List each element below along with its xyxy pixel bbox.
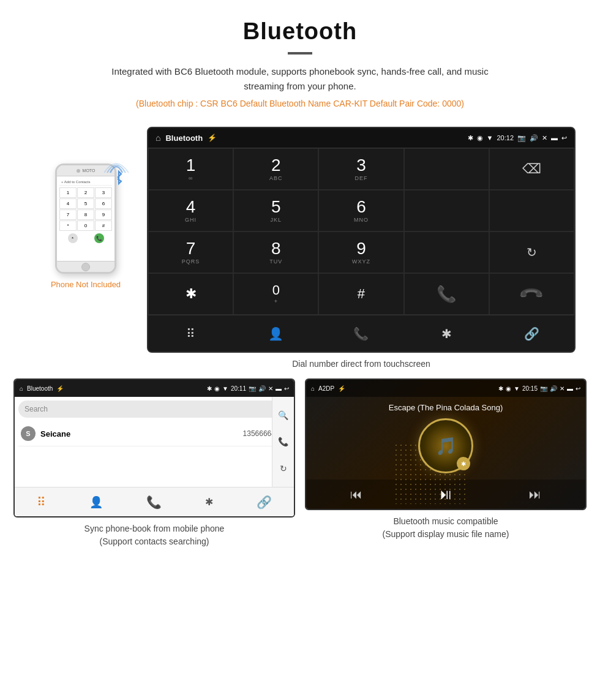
- x-icon: ✕: [542, 134, 547, 142]
- dial-status-bar: ⌂ Bluetooth ⚡ ✱ ◉ ▼ 20:12 📷 🔊 ✕ ▬ ↩: [148, 128, 574, 148]
- dial-link-icon[interactable]: 🔗: [489, 315, 574, 352]
- music-home-icon: ⌂: [311, 385, 315, 392]
- pb-title: Bluetooth: [27, 385, 53, 392]
- music-loc-icon: ◉: [506, 385, 511, 392]
- dial-bottom-bar: ⠿ 👤 📞 ✱ 🔗: [148, 315, 574, 352]
- dial-screen: ⌂ Bluetooth ⚡ ✱ ◉ ▼ 20:12 📷 🔊 ✕ ▬ ↩: [147, 127, 576, 353]
- pb-phone-right-icon[interactable]: 📞: [278, 437, 288, 446]
- pb-search-right-icon[interactable]: 🔍: [278, 410, 288, 420]
- pb-cam-icon: 📷: [249, 385, 256, 392]
- dial-grid-icon[interactable]: ⠿: [148, 315, 233, 352]
- pb-bt-bottom-icon[interactable]: ✱: [205, 496, 213, 508]
- pb-search-bar[interactable]: Search: [18, 401, 290, 418]
- status-left: ⌂ Bluetooth ⚡: [156, 133, 217, 143]
- time-display: 20:12: [497, 134, 514, 141]
- music-status-bar: ⌂ A2DP ⚡ ✱ ◉ ▼ 20:15 📷 🔊 ✕ ▬ ↩: [306, 380, 585, 397]
- music-back-icon: ↩: [576, 385, 580, 392]
- dial-contacts-icon[interactable]: 👤: [233, 315, 318, 352]
- music-album-art: 🎵 ✱: [418, 418, 473, 473]
- pb-status-bar: ⌂ Bluetooth ⚡ ✱ ◉ ▼ 20:11 📷 🔊 ✕ ▬ ↩: [15, 380, 294, 397]
- status-right: ✱ ◉ ▼ 20:12 📷 🔊 ✕ ▬ ↩: [468, 134, 567, 142]
- album-art-wrapper: 🎵 ✱: [418, 418, 473, 473]
- bluetooth-status-icon: ✱: [468, 134, 473, 142]
- pb-lay-icon: ▬: [276, 385, 282, 392]
- music-note-icon: 🎵: [435, 436, 457, 456]
- page-header: Bluetooth Integrated with BC6 Bluetooth …: [0, 0, 600, 127]
- key-7[interactable]: 7 PQRS: [148, 231, 233, 273]
- pb-right-icons: 🔍 📞 ↻: [272, 397, 294, 487]
- dial-bluetooth-icon[interactable]: ✱: [404, 315, 489, 352]
- music-vol-icon: 🔊: [550, 385, 557, 392]
- key-refresh[interactable]: ↻: [489, 231, 574, 273]
- backspace-key[interactable]: ⌫: [489, 148, 574, 190]
- pb-usb-icon: ⚡: [56, 385, 64, 392]
- key-empty-1: [404, 148, 489, 190]
- key-hash[interactable]: #: [318, 273, 403, 315]
- key-8[interactable]: 8 TUV: [233, 231, 318, 273]
- usb-icon: ⚡: [208, 134, 217, 142]
- dial-phone-icon[interactable]: 📞: [318, 315, 403, 352]
- pb-body: Search S Seicane 13566664466 🔍 📞 ↻: [15, 397, 294, 487]
- layout-icon: ▬: [551, 134, 558, 141]
- key-3[interactable]: 3 DEF: [318, 148, 403, 190]
- pb-back-icon: ↩: [284, 385, 289, 392]
- phone-dot: [77, 169, 80, 173]
- pb-contact-row[interactable]: S Seicane 13566664466: [18, 421, 290, 446]
- page-title: Bluetooth: [12, 18, 588, 45]
- pb-user-icon[interactable]: 👤: [89, 495, 103, 509]
- key-9[interactable]: 9 WXYZ: [318, 231, 403, 273]
- pb-bottom-bar: ⠿ 👤 📞 ✱ 🔗: [15, 487, 294, 516]
- phonebook-caption: Sync phone-book from mobile phone Sync p…: [13, 522, 295, 548]
- header-divider: [288, 52, 312, 55]
- pb-refresh-right-icon[interactable]: ↻: [280, 464, 287, 473]
- pb-phone-icon[interactable]: 📞: [146, 495, 162, 510]
- pb-spacer: [18, 446, 290, 483]
- phone-home-btn: [81, 263, 90, 271]
- phonebook-frame: ⌂ Bluetooth ⚡ ✱ ◉ ▼ 20:11 📷 🔊 ✕ ▬ ↩: [13, 378, 295, 517]
- key-6[interactable]: 6 MNO: [318, 190, 403, 231]
- key-1[interactable]: 1 ∞: [148, 148, 233, 190]
- bottom-screenshots: ⌂ Bluetooth ⚡ ✱ ◉ ▼ 20:11 📷 🔊 ✕ ▬ ↩: [0, 378, 600, 560]
- music-signal-icon: ▼: [514, 385, 520, 392]
- end-call-button[interactable]: 📞: [489, 273, 574, 315]
- music-prev-btn[interactable]: ⏮: [350, 487, 362, 502]
- dial-screen-wrapper: ⌂ Bluetooth ⚡ ✱ ◉ ▼ 20:12 📷 🔊 ✕ ▬ ↩: [147, 127, 576, 378]
- key-2[interactable]: 2 ABC: [233, 148, 318, 190]
- music-caption: Bluetooth music compatible(Support displ…: [305, 515, 587, 541]
- location-icon: ◉: [477, 134, 483, 142]
- music-bt-icon: ✱: [498, 385, 503, 392]
- music-usb-icon: ⚡: [338, 385, 345, 392]
- phone-bottom: [57, 261, 114, 272]
- music-cam-icon: 📷: [540, 385, 547, 392]
- phone-not-included-label: Phone Not Included: [51, 280, 121, 289]
- pb-avatar: S: [21, 426, 36, 441]
- call-button[interactable]: 📞: [404, 273, 489, 315]
- pb-grid-icon[interactable]: ⠿: [37, 495, 46, 510]
- pb-link-icon[interactable]: 🔗: [257, 495, 272, 510]
- music-bt-badge-icon: ✱: [461, 461, 466, 467]
- camera-icon: 📷: [517, 134, 526, 142]
- bluetooth-specs: (Bluetooth chip : CSR BC6 Default Blueto…: [12, 99, 588, 108]
- pb-search-placeholder: Search: [24, 405, 48, 413]
- back-icon: ↩: [561, 134, 567, 142]
- pb-vol-icon: 🔊: [258, 385, 266, 392]
- key-empty-2: [404, 190, 489, 231]
- key-4[interactable]: 4 GHI: [148, 190, 233, 231]
- music-frame: ⌂ A2DP ⚡ ✱ ◉ ▼ 20:15 📷 🔊 ✕ ▬ ↩: [305, 378, 587, 510]
- pb-bt-icon: ✱: [207, 385, 212, 392]
- key-5[interactable]: 5 JKL: [233, 190, 318, 231]
- key-star[interactable]: ✱: [148, 273, 233, 315]
- music-next-btn[interactable]: ⏭: [529, 487, 541, 502]
- pb-loc-icon: ◉: [214, 385, 220, 392]
- wifi-icon: ▼: [487, 134, 493, 141]
- phone-section: MOTO + Add to Contacts 1 2 3 4 5 6 7 8 9: [24, 127, 147, 289]
- music-time: 20:15: [522, 385, 538, 392]
- music-bluetooth-badge: ✱: [457, 457, 470, 470]
- key-0[interactable]: 0 +: [233, 273, 318, 315]
- key-empty-3: [489, 190, 574, 231]
- bluetooth-signal-icon: [104, 154, 135, 194]
- pb-signal-icon: ▼: [222, 385, 228, 392]
- music-screenshot-item: ⌂ A2DP ⚡ ✱ ◉ ▼ 20:15 📷 🔊 ✕ ▬ ↩: [305, 378, 587, 548]
- pb-contact-name: Seicane: [40, 429, 243, 438]
- pb-x-icon: ✕: [268, 385, 273, 392]
